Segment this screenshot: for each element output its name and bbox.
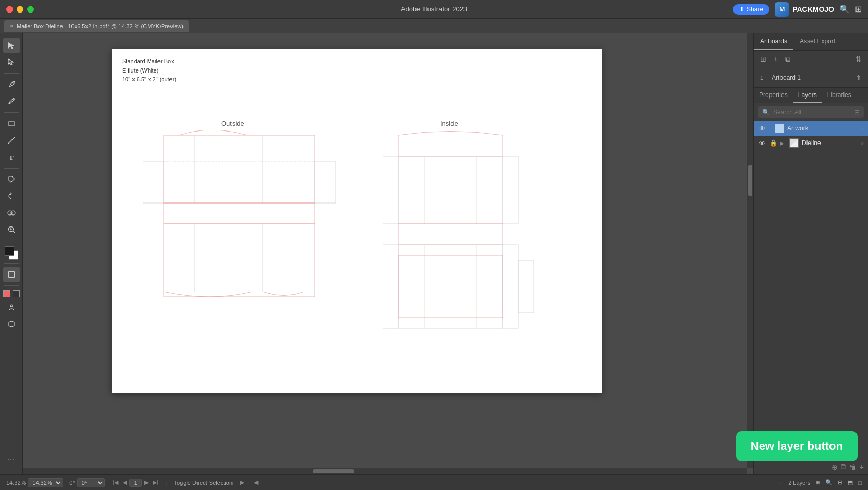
zoom-tool[interactable] xyxy=(3,222,20,237)
artboard-arrange-icon[interactable]: ⊞ xyxy=(758,54,768,65)
page-next-btn[interactable]: ▶ xyxy=(143,479,150,486)
svg-rect-15 xyxy=(315,161,336,203)
statusbar: 14.32% 14.32% 25% 50% 100% 0° 0° 90° 180… xyxy=(0,474,868,490)
svg-rect-1 xyxy=(9,122,14,126)
search-input[interactable] xyxy=(773,109,851,116)
layer-vis-artwork[interactable]: 👁 xyxy=(758,125,766,133)
svg-rect-14 xyxy=(143,161,164,203)
svg-rect-32 xyxy=(518,260,534,313)
toggle-left[interactable]: ◀ xyxy=(252,479,260,486)
packmojo-text: PACKMOJO xyxy=(792,5,834,14)
vertical-scrollbar[interactable] xyxy=(747,33,753,468)
artboard-row-1[interactable]: 1 Artboard 1 ⬆ xyxy=(758,71,864,84)
tab-artboards[interactable]: Artboards xyxy=(754,33,793,50)
artboard-reorder-icon[interactable]: ⇅ xyxy=(853,54,864,65)
status-icon-5[interactable]: □ xyxy=(858,480,862,486)
artboards-section: 1 Artboard 1 ⬆ xyxy=(754,68,868,88)
selection-tool[interactable] xyxy=(3,38,20,53)
filter-icon[interactable]: ⊟ xyxy=(854,109,860,116)
status-icon-4[interactable]: ⬒ xyxy=(848,479,853,486)
artboard-number: 1 xyxy=(760,75,767,81)
layer-circle-artwork[interactable]: ○ xyxy=(861,126,864,132)
panel-add-icon[interactable]: + xyxy=(860,463,864,471)
page-prev-btn[interactable]: ◀ xyxy=(121,479,128,486)
tab-title: Mailer Box Dieline - 10x6.5x2-in.pdf* @ … xyxy=(17,23,184,29)
svg-rect-13 xyxy=(164,135,315,203)
pen-tool[interactable] xyxy=(3,77,20,92)
layer-vis-dieline[interactable]: 👁 xyxy=(758,139,766,147)
svg-line-2 xyxy=(8,137,15,144)
stroke-none[interactable] xyxy=(13,290,20,297)
status-icon-3[interactable]: ⊞ xyxy=(838,479,842,486)
type-tool[interactable]: T xyxy=(3,149,20,165)
panel-delete-icon[interactable]: 🗑 xyxy=(849,463,857,471)
new-layer-tooltip[interactable]: New layer button xyxy=(736,431,858,461)
pencil-tool[interactable] xyxy=(3,93,20,109)
outside-dieline xyxy=(143,130,393,386)
tab-asset-export[interactable]: Asset Export xyxy=(793,33,841,50)
artboard-controls: ⊞ + ⧉ ⇅ xyxy=(754,51,868,68)
tab-properties[interactable]: Properties xyxy=(754,88,793,103)
shape-builder-tool[interactable] xyxy=(3,205,20,221)
artboard-add-icon[interactable]: + xyxy=(772,54,780,65)
new-layer-tooltip-text: New layer button xyxy=(751,439,843,452)
titlebar-right: ⬆ Share M PACKMOJO 🔍 ⊞ xyxy=(733,2,862,17)
toggle-arrow[interactable]: ▶ xyxy=(239,479,246,486)
status-icon-2[interactable]: 🔍 xyxy=(825,479,833,486)
box-title-line2: E-flute (White) xyxy=(122,66,176,76)
horizontal-scroll-thumb[interactable] xyxy=(313,469,354,473)
layer-expand-dieline[interactable]: ▶ xyxy=(780,140,786,146)
layer-lock-dieline[interactable]: 🔒 xyxy=(769,139,777,147)
zoom-value: 14.32% xyxy=(6,480,26,486)
scroll-right-icon[interactable]: ↔ xyxy=(777,480,783,486)
layer-item-artwork[interactable]: 👁 Artwork ○ xyxy=(754,121,868,136)
maximize-button[interactable] xyxy=(27,6,34,13)
vertical-scroll-thumb[interactable] xyxy=(748,165,752,196)
layers-search: 🔍 ⊟ xyxy=(758,106,864,118)
stroke-red[interactable] xyxy=(3,290,10,297)
rectangle-tool[interactable] xyxy=(3,116,20,132)
grid-icon[interactable]: ⊞ xyxy=(855,4,862,14)
document-tab[interactable]: ✕ Mailer Box Dieline - 10x6.5x2-in.pdf* … xyxy=(4,20,189,32)
status-icon-1[interactable]: ⊕ xyxy=(815,479,820,486)
more-tools[interactable]: ··· xyxy=(3,451,20,467)
artboard-tool[interactable] xyxy=(3,267,20,282)
horizontal-scrollbar[interactable] xyxy=(23,468,747,474)
box-title-line1: Standard Mailer Box xyxy=(122,57,176,66)
paint-bucket-tool[interactable] xyxy=(3,172,20,187)
tab-close-icon[interactable]: ✕ xyxy=(9,23,14,29)
tool-label: Toggle Direct Selection xyxy=(174,480,233,486)
extra-tools-2[interactable] xyxy=(3,316,20,332)
panel-copy-icon[interactable]: ⧉ xyxy=(841,462,846,471)
search-icon[interactable]: 🔍 xyxy=(839,4,850,14)
page-first-btn[interactable]: |◀ xyxy=(111,479,120,486)
panel-locate-icon[interactable]: ⊕ xyxy=(832,463,838,471)
bottom-tools: ··· xyxy=(3,451,20,470)
canvas-area[interactable]: Standard Mailer Box E-flute (White) 10" … xyxy=(23,33,753,474)
main-area: T xyxy=(0,33,868,474)
color-swatches[interactable] xyxy=(5,246,18,260)
artboard-copy-icon[interactable]: ⧉ xyxy=(783,54,792,65)
minimize-button[interactable] xyxy=(17,6,23,13)
close-button[interactable] xyxy=(6,6,13,13)
rotate-tool[interactable] xyxy=(3,188,20,204)
zoom-select[interactable]: 14.32% 25% 50% 100% xyxy=(28,478,63,487)
artboard-export-icon[interactable]: ⬆ xyxy=(855,74,862,82)
svg-rect-19 xyxy=(164,203,315,224)
foreground-color[interactable] xyxy=(5,246,14,256)
tab-layers[interactable]: Layers xyxy=(793,88,822,103)
rotation-select[interactable]: 0° 90° 180° 270° xyxy=(77,478,105,487)
direct-selection-tool[interactable] xyxy=(3,54,20,70)
status-right: ↔ 2 Layers ⊕ 🔍 ⊞ ⬒ □ xyxy=(777,479,862,486)
app-title: Adobe Illustrator 2023 xyxy=(401,5,467,13)
tab-libraries[interactable]: Libraries xyxy=(822,88,857,103)
titlebar: Adobe Illustrator 2023 ⬆ Share M PACKMOJ… xyxy=(0,0,868,19)
share-button[interactable]: ⬆ Share xyxy=(733,4,769,15)
layer-circle-dieline[interactable]: ○ xyxy=(861,140,864,146)
svg-rect-24 xyxy=(383,156,398,224)
extra-tools-1[interactable] xyxy=(3,300,20,315)
line-tool[interactable] xyxy=(3,133,20,148)
page-last-btn[interactable]: ▶| xyxy=(151,479,160,486)
layer-item-dieline[interactable]: 👁 🔒 ▶ Dieline ○ xyxy=(754,136,868,150)
layer-name-dieline: Dieline xyxy=(802,139,858,147)
